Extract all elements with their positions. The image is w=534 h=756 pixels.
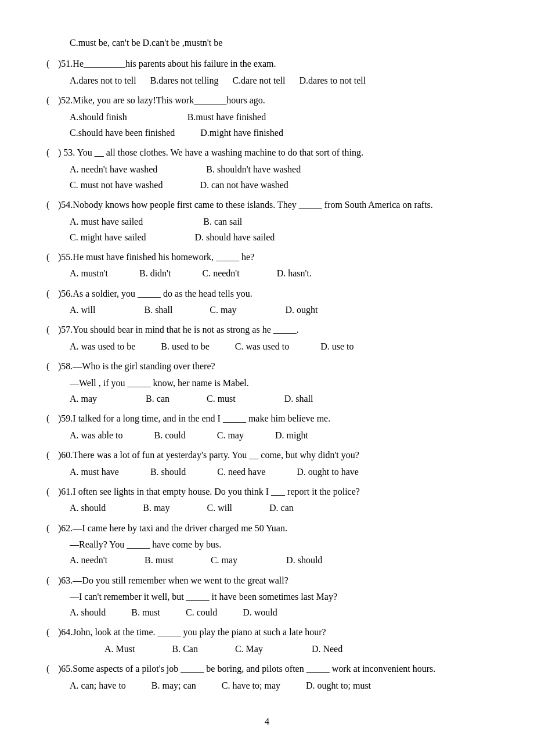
- q51-c: C.dare not tell: [232, 75, 285, 85]
- q64-a: A. Must: [104, 644, 135, 654]
- paren-64: (: [46, 625, 56, 640]
- q65-c: C. have to; may: [222, 681, 280, 690]
- q60-text: )60.There was a lot of fun at yesterday'…: [58, 448, 488, 463]
- question-65: ( )65.Some aspects of a pilot's job ____…: [46, 661, 488, 693]
- question-53: ( ) 53. You __ all those clothes. We hav…: [46, 145, 488, 193]
- q65-text: )65.Some aspects of a pilot's job _____ …: [58, 661, 488, 676]
- q58-b: B. can: [146, 394, 169, 404]
- q56-a: A. will: [70, 305, 95, 315]
- q60-options: A. must have B. should C. need have D. o…: [70, 464, 488, 480]
- paren-62: (: [46, 521, 56, 536]
- q61-c: C. will: [207, 503, 232, 513]
- q61-text: )61.I often see lights in that empty hou…: [58, 484, 488, 499]
- question-59: ( )59.I talked for a long time, and in t…: [46, 411, 488, 443]
- page-content: C.must be, can't be D.can't be ,mustn't …: [46, 35, 488, 727]
- q62-options: A. needn't B. must C. may D. should: [70, 552, 488, 568]
- q57-b: B. used to be: [161, 341, 210, 351]
- q59-b: B. could: [154, 430, 186, 440]
- question-60: ( )60.There was a lot of fun at yesterda…: [46, 448, 488, 480]
- paren-59: (: [46, 411, 56, 426]
- q53-options-line1: A. needn't have washed B. shouldn't have…: [70, 161, 488, 177]
- q60-d: D. ought to have: [297, 467, 359, 477]
- q60-a: A. must have: [70, 467, 119, 477]
- q59-options: A. was able to B. could C. may D. might: [70, 427, 488, 443]
- question-54: ( )54.Nobody knows how people first came…: [46, 197, 488, 245]
- q63-a: A. should: [70, 607, 106, 617]
- q63-text: )63.—Do you still remember when we went …: [58, 573, 488, 588]
- q57-a: A. was used to be: [70, 341, 135, 351]
- q56-text: )56.As a soldier, you _____ do as the he…: [58, 286, 488, 301]
- q53-c: C. must not have washed: [70, 180, 163, 190]
- paren-57: (: [46, 322, 56, 337]
- q64-text: )64.John, look at the time. _____ you pl…: [58, 625, 488, 640]
- paren-53: (: [46, 145, 56, 160]
- q51-d: D.dares to not tell: [300, 75, 366, 85]
- q52-text: )52.Mike, you are so lazy!This work_____…: [58, 93, 488, 108]
- q60-c: C. need have: [217, 467, 265, 477]
- q63-b: B. must: [131, 607, 160, 617]
- question-58: ( )58.—Who is the girl standing over the…: [46, 359, 488, 406]
- q63-text2: —I can't remember it well, but _____ it …: [70, 589, 488, 604]
- q61-b: B. may: [143, 503, 169, 513]
- header-text: C.must be, can't be D.can't be ,mustn't …: [70, 38, 222, 48]
- q57-c: C. was used to: [235, 341, 289, 351]
- q52-c: C.should have been finished: [70, 128, 175, 138]
- q65-options: A. can; have to B. may; can C. have to; …: [70, 678, 488, 693]
- header-options: C.must be, can't be D.can't be ,mustn't …: [70, 35, 488, 51]
- q58-d: D. shall: [284, 394, 313, 404]
- q51-b: B.dares not telling: [150, 75, 219, 85]
- q59-d: D. might: [275, 430, 308, 440]
- q64-c: C. May: [235, 644, 263, 654]
- q58-options: A. may B. can C. must D. shall: [70, 391, 488, 406]
- q51-text: )51.He_________his parents about his fai…: [58, 56, 488, 71]
- paren-52: (: [46, 93, 56, 108]
- q51-options: A.dares not to tell B.dares not telling …: [70, 73, 488, 88]
- q54-d: D. should have sailed: [195, 232, 275, 242]
- q62-d: D. should: [286, 555, 322, 565]
- q53-options-line2: C. must not have washed D. can not have …: [70, 177, 488, 193]
- q53-b: B. shouldn't have washed: [206, 164, 301, 174]
- q53-a: A. needn't have washed: [70, 164, 157, 174]
- q52-b: B.must have finished: [187, 112, 266, 122]
- q65-a: A. can; have to: [70, 681, 126, 690]
- q56-b: B. shall: [144, 305, 172, 315]
- q60-b: B. should: [150, 467, 186, 477]
- q64-d: D. Need: [312, 644, 342, 654]
- q63-d: D. would: [243, 607, 277, 617]
- q55-text: )55.He must have finished his homework, …: [58, 250, 488, 265]
- q62-b: B. must: [145, 555, 174, 565]
- question-56: ( )56.As a soldier, you _____ do as the …: [46, 286, 488, 318]
- q58-text: )58.—Who is the girl standing over there…: [58, 359, 488, 374]
- q64-options: A. Must B. Can C. May D. Need: [104, 641, 488, 657]
- q59-text: )59.I talked for a long time, and in the…: [58, 411, 488, 426]
- q58-c: C. must: [207, 394, 236, 404]
- q59-c: C. may: [217, 430, 244, 440]
- paren-63: (: [46, 573, 56, 588]
- q61-options: A. should B. may C. will D. can: [70, 500, 488, 516]
- q65-d: D. ought to; must: [306, 681, 371, 690]
- question-62: ( )62.—I came here by taxi and the drive…: [46, 521, 488, 568]
- q61-a: A. should: [70, 503, 106, 513]
- q55-b: B. didn't: [139, 268, 171, 278]
- q54-a: A. must have sailed: [70, 217, 143, 226]
- q54-options-line2: C. might have sailed D. should have sail…: [70, 229, 488, 245]
- q64-b: B. Can: [172, 644, 197, 654]
- question-63: ( )63.—Do you still remember when we wen…: [46, 573, 488, 621]
- page-number: 4: [46, 717, 488, 727]
- question-64: ( )64.John, look at the time. _____ you …: [46, 625, 488, 657]
- q61-d: D. can: [269, 503, 294, 513]
- paren-55: (: [46, 250, 56, 265]
- q52-options-line1: A.should finish B.must have finished: [70, 109, 488, 125]
- q59-a: A. was able to: [70, 430, 123, 440]
- q51-a: A.dares not to tell: [70, 75, 136, 85]
- paren-60: (: [46, 448, 56, 463]
- q65-b: B. may; can: [151, 681, 196, 690]
- paren-65: (: [46, 661, 56, 676]
- q63-c: C. could: [186, 607, 217, 617]
- paren-51: (: [46, 56, 56, 71]
- q56-options: A. will B. shall C. may D. ought: [70, 302, 488, 318]
- q56-c: C. may: [210, 305, 236, 315]
- q57-text: )57.You should bear in mind that he is n…: [58, 322, 488, 337]
- question-61: ( )61.I often see lights in that empty h…: [46, 484, 488, 516]
- q53-d: D. can not have washed: [200, 180, 288, 190]
